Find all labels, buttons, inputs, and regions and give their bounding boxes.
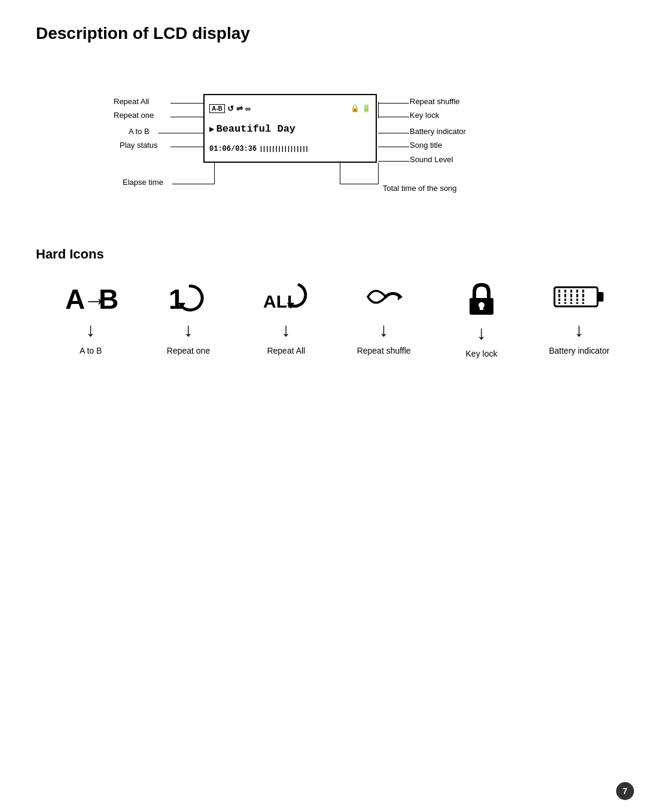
lcd-play-icon: ▶ <box>209 124 214 134</box>
label-repeat-one: Repeat one <box>114 111 154 120</box>
svg-text:ALL: ALL <box>263 291 298 311</box>
line-total-time-vert <box>378 163 379 184</box>
lcd-diagram: A-B ↺ ⇌ ∞ 🔒 🔋 ▶ Beautiful Day 01:06/03:3… <box>36 61 574 217</box>
icon-item-repeat-all: ALL ↓ Repeat All <box>255 280 317 355</box>
lcd-sound-bars: |||||||||||||||| <box>259 145 308 153</box>
hard-icons-title: Hard Icons <box>36 247 610 262</box>
page-title: Description of LCD display <box>36 24 610 43</box>
label-repeat-shuffle: Repeat shuffle <box>410 97 460 106</box>
lcd-time: 01:06/03:36 <box>209 145 257 153</box>
lcd-time-row: 01:06/03:36 |||||||||||||||| <box>209 145 371 153</box>
icon-item-repeat-shuffle: ↓ Repeat shuffle <box>353 280 415 355</box>
icon-item-key-lock: ↓ Key lock <box>450 280 512 358</box>
key-lock-label: Key lock <box>466 349 498 358</box>
line-atob <box>159 133 205 133</box>
line-repeat-shuffle <box>378 103 409 104</box>
lcd-repeat-shuffle-icon: ∞ <box>245 104 251 113</box>
repeat-shuffle-arrow: ↓ <box>379 319 389 341</box>
label-sound-level: Sound Level <box>410 155 453 164</box>
icon-item-repeat-one: 1 ↓ Repeat one <box>157 280 219 355</box>
repeat-one-arrow: ↓ <box>184 319 193 341</box>
label-play-status: Play status <box>120 141 158 150</box>
atob-label: A to B <box>80 346 102 355</box>
line-song-title <box>378 147 409 147</box>
line-repeat-shuffle-vert <box>378 102 379 118</box>
line-battery <box>378 133 409 133</box>
atob-arrow: ↓ <box>86 319 96 341</box>
line-repeat-all <box>170 103 205 104</box>
repeat-one-icon: 1 <box>167 280 209 313</box>
battery-label: Battery indicator <box>549 346 610 355</box>
svg-rect-12 <box>598 292 604 302</box>
label-key-lock: Key lock <box>410 111 439 120</box>
icons-row: A → B ↓ A to B 1 ↓ Repeat one ALL <box>36 280 610 358</box>
repeat-all-arrow: ↓ <box>281 319 291 341</box>
icon-item-battery: ↓ Battery indicator <box>549 280 610 355</box>
repeat-shuffle-label: Repeat shuffle <box>357 346 411 355</box>
line-total-time-vert2 <box>340 163 340 184</box>
repeat-shuffle-icon <box>363 280 405 313</box>
lcd-repeat-one-icon: ↺ <box>227 104 234 113</box>
svg-marker-7 <box>398 293 403 300</box>
lcd-lock-icon: 🔒 <box>351 104 359 112</box>
lcd-song-title: Beautiful Day <box>216 123 295 135</box>
line-elapse-vert <box>214 163 215 184</box>
repeat-one-label: Repeat one <box>167 346 210 355</box>
lcd-ab-label: A-B <box>209 104 225 113</box>
atob-icon: A → B <box>64 280 118 313</box>
battery-icon <box>552 280 606 313</box>
label-atob: A to B <box>129 127 150 136</box>
label-elapse-time: Elapse time <box>123 178 163 187</box>
line-sound-level <box>378 161 409 162</box>
svg-text:B: B <box>99 284 118 313</box>
line-elapse-time <box>172 184 214 184</box>
line-play-status <box>170 147 205 147</box>
svg-rect-10 <box>480 305 483 310</box>
line-repeat-one <box>170 117 205 117</box>
page-number: 7 <box>616 782 634 800</box>
icon-item-atob: A → B ↓ A to B <box>60 280 121 355</box>
key-lock-icon <box>464 280 499 316</box>
line-total-time-h <box>340 184 379 184</box>
key-lock-arrow: ↓ <box>477 322 486 344</box>
label-total-time: Total time of the song <box>383 184 457 193</box>
label-song-title: Song title <box>410 141 442 150</box>
repeat-all-icon: ALL <box>262 280 310 313</box>
lcd-song-row: ▶ Beautiful Day <box>209 123 371 135</box>
label-battery: Battery indicator <box>410 127 466 136</box>
lcd-battery-icon: 🔋 <box>362 104 371 112</box>
line-key-lock <box>378 117 409 117</box>
svg-text:1: 1 <box>169 284 184 313</box>
battery-arrow: ↓ <box>574 319 584 341</box>
svg-text:A: A <box>65 284 85 313</box>
repeat-all-label: Repeat All <box>267 346 305 355</box>
label-repeat-all: Repeat All <box>114 97 149 106</box>
lcd-icon-row: A-B ↺ ⇌ ∞ 🔒 🔋 <box>209 104 371 113</box>
lcd-screen: A-B ↺ ⇌ ∞ 🔒 🔋 ▶ Beautiful Day 01:06/03:3… <box>203 94 377 163</box>
lcd-repeat-all-icon: ⇌ <box>236 104 243 113</box>
